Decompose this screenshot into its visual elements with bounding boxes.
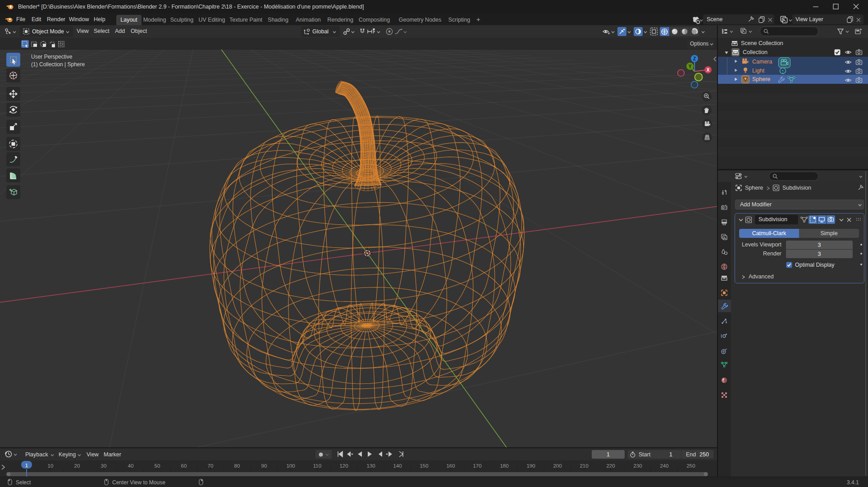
svg-text:Y: Y xyxy=(689,64,692,69)
svg-text:X: X xyxy=(707,68,710,73)
svg-text:Z: Z xyxy=(693,56,696,61)
